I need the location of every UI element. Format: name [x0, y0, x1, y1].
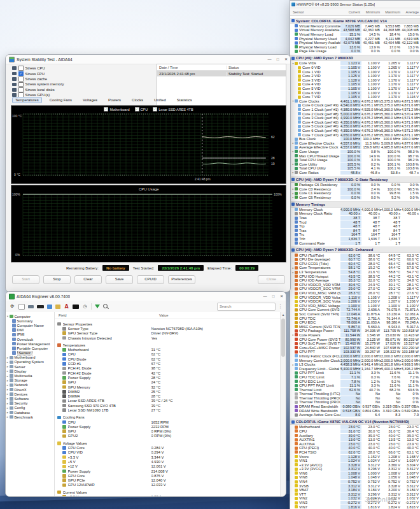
sensor-row[interactable]: ▸Core C6 Residency0.0 %0.0 %9.2 %0.0 %	[290, 195, 420, 199]
legend-checkbox[interactable]: ✓	[135, 107, 139, 111]
tree-item-database[interactable]: ▸Database	[6, 410, 54, 415]
sensor-item-row[interactable]: GPU Memory32 °C	[55, 385, 280, 389]
col-sensor[interactable]: Sensor	[290, 10, 340, 14]
sensor-row[interactable]: PCH TSIO62.0 °C28.0 °C66.0 °C63.1 °C	[290, 450, 420, 455]
sensor-row[interactable]: +3.3V (AVCC)3.328 V3.312 V3.360 V3.304 V	[290, 462, 420, 467]
cpuid-button[interactable]: CPUID	[137, 275, 164, 284]
sensor-row[interactable]: CPU TDC72.746 A2.751 A76.144 A71.870 A	[290, 316, 420, 320]
sensor-row[interactable]: ▸L3 Temperatures54.8 °C21.6 °C58.8 °C54.…	[290, 270, 420, 275]
font-tool-icon[interactable]: A	[64, 304, 69, 310]
tree-item-dmi[interactable]: DMI	[6, 328, 54, 333]
minimize-icon[interactable]: ―	[261, 293, 269, 299]
legend-item[interactable]: ✓Motherboard	[104, 107, 129, 111]
col-average[interactable]: Average	[402, 10, 420, 14]
sensor-group-header[interactable]: Current Values	[55, 490, 280, 494]
tab-clocks[interactable]: Clocks	[129, 97, 146, 103]
stress-option[interactable]: Stress system memory	[12, 82, 64, 87]
clear-button[interactable]: Clear	[74, 275, 102, 284]
hwinfo-column-header[interactable]: Sensor Current Minimum Maximum Average	[290, 8, 420, 16]
log-col-datetime[interactable]: Date / Time	[157, 66, 227, 69]
sensor-item-row[interactable]: CPU Core0.284 V	[55, 445, 280, 450]
tab-voltages[interactable]: Voltages	[80, 97, 101, 103]
sensor-row[interactable]: Thermal Throttling (HTC)NoNoNo0 %	[290, 392, 420, 396]
sensor-item-row[interactable]: DIMM225 °C	[55, 389, 280, 394]
sensor-item-row[interactable]: CPU Diode62 °C	[55, 357, 280, 361]
sensor-row[interactable]: Trp48 T48 T48 T	[290, 224, 420, 229]
sensor-row[interactable]: AUXTIN113.0 °C13.0 °C13.5 °C13.0 °C	[290, 438, 420, 442]
kebab-menu-icon[interactable]: ⋮	[278, 304, 283, 309]
sensor-row[interactable]: CPU (PECI)40.0 °C40.0 °C40.0 °C40.0 °C	[290, 446, 420, 450]
sensor-row[interactable]: CPU PPT103.330 W33.267 W108.322 W103.188…	[290, 350, 420, 354]
sensor-row[interactable]: CPU CCD1 (Tdie)60.4 °C28.0 °C66.4 °C60.8…	[290, 262, 420, 266]
report-icon[interactable]	[18, 304, 25, 310]
sensor-row[interactable]: CPU SoC Power (SVI3 TFN)15.460 W15.279 W…	[290, 341, 420, 346]
sensor-row[interactable]: Physical Memory Load13.6 %13.9 %17.0 %13…	[290, 45, 420, 49]
sensor-row[interactable]: Core 1 VID1.105 V1.100 V1.170 V1.117 V	[290, 69, 420, 74]
tree-item-storage[interactable]: ▸Storage	[6, 378, 54, 383]
legend-item[interactable]: ✓Lexar SSD ARES 4TB	[153, 107, 193, 111]
tree-item-computer[interactable]: ▾Computer	[6, 314, 54, 319]
sensor-row[interactable]: Command Rate1 T1 T1 T	[290, 241, 420, 245]
sensor-row[interactable]: ▸L3 Clocks4,458.3 MHz4,941.4 MHz5,361.8 …	[290, 362, 420, 367]
tree-item-security[interactable]: ▸Security	[6, 401, 54, 406]
sensor-group-header[interactable]: Voltage Values	[55, 441, 280, 445]
sensor-row[interactable]: Auxiliary39.0 °C39.0 °C40.0 °C39.0 °C	[290, 433, 420, 438]
legend-checkbox[interactable]: ✓	[153, 107, 157, 111]
sensor-row[interactable]: CPU PPT FAST Limit11.1 %3.3 %11.6 %11.1 …	[290, 384, 420, 388]
sensor-row[interactable]: Thermal Limit62.6 %40.7 %68.2 %63.6 %	[290, 387, 420, 392]
sensor-section-header[interactable]: System: COLORFUL iGame X870E VULCAN OC V…	[290, 18, 420, 24]
sensor-row[interactable]: Max CPU/Thread Usage100.0 %14.9 %100.0 %…	[290, 154, 420, 158]
sensor-section-header[interactable]: CPU [#0]: AMD Ryzen 7 9800X3D	[290, 55, 420, 61]
sensor-row[interactable]: Memory Clock Ratio40.00 x40.00 x40.00 x4…	[290, 211, 420, 216]
sensor-row[interactable]: CPU VDDCR_VDD VRM (SVI3 TFN)30.6 °C24.9 …	[290, 283, 420, 287]
checkbox[interactable]	[18, 66, 24, 71]
tab-temperatures[interactable]: Temperatures	[12, 97, 42, 103]
sensor-item-row[interactable]: CPU VID0.294 V	[55, 450, 280, 455]
sensor-row[interactable]: Core 0 Clock (perf #3)4,540.0 MHz4,676.1…	[290, 103, 420, 108]
checkbox[interactable]	[18, 87, 24, 92]
log-header[interactable]: Date / Time Status	[157, 64, 286, 71]
sensor-section-header[interactable]: COLORFUL iGame X870E VULCAN OC V14 (Nuvo…	[290, 419, 420, 425]
panel-scrollbar[interactable]: ▲	[280, 312, 286, 496]
sensor-row[interactable]: CPU EDC Limit7.8 %1.2 %9.2 %7.8 %	[290, 379, 420, 384]
sensor-item-row[interactable]: GPU24 °C	[55, 380, 280, 385]
sensor-row[interactable]: Memory Clock4,000.0 MHz4,000.0 MHz4,000.…	[290, 208, 420, 212]
close-icon[interactable]: ✕	[277, 293, 286, 299]
stress-option[interactable]: Stress cache	[12, 76, 64, 82]
stress-option[interactable]: ✓Stress FPU	[12, 71, 64, 76]
sensor-item-row[interactable]: GPU Core0.875 V	[55, 473, 280, 478]
maximize-icon[interactable]: □	[269, 293, 277, 299]
sensor-row[interactable]: ▸Core C0 Residency100.0 %2.4 %100.0 %96.…	[290, 187, 420, 191]
sensor-row[interactable]: +3.3V (3VCC)3.312 V3.296 V3.312 V3.312 V	[290, 467, 420, 471]
sensor-item-row[interactable]: CCD #167 °C	[55, 361, 280, 366]
tree-item-display[interactable]: ▸Display	[6, 369, 54, 373]
hwinfo-titlebar[interactable]: HWiNFO® 64 v8.25-5900 Sensor Status [1.2…	[290, 1, 420, 8]
sensor-row[interactable]: Tcas38 T38 T38 T	[290, 216, 420, 220]
sensor-row[interactable]: ▸Core Effective Clocks4,557.0 MHz11.5 MH…	[290, 141, 420, 145]
sensor-row[interactable]: Tras84 T84 T84 T	[290, 229, 420, 233]
save-button[interactable]: Save	[106, 275, 133, 284]
sensor-row[interactable]: Total CPU Utility105.5 %4.1 %106.1 %103.…	[290, 166, 420, 171]
asm-tool-icon[interactable]	[73, 305, 79, 309]
sensor-group-header[interactable]: Temperatures	[55, 343, 280, 347]
sensor-item-row[interactable]: GPU0 RPM (0%)	[55, 429, 280, 434]
tree-item-power-management[interactable]: Power Management	[6, 341, 54, 346]
sensor-item-row[interactable]: +3.3 V1.38 A	[55, 494, 280, 496]
sensor-row[interactable]: CPU PPT Limit11.1 %3.3 %11.6 %11.1 %	[290, 371, 420, 375]
log-col-status[interactable]: Status	[227, 66, 286, 69]
sensor-row[interactable]: Memory Controller Clock (UCLK)2,000.0 MH…	[290, 358, 420, 362]
sensor-row[interactable]: VIN61.008 V1.000 V1.008 V1.007 V	[290, 471, 420, 476]
sensor-row[interactable]: VIN21.032 V1.024 V1.032 V1.032 V	[290, 496, 420, 501]
col-current[interactable]: Current	[340, 10, 361, 14]
tab-statistics[interactable]: Statistics	[174, 97, 195, 103]
search-input[interactable]	[217, 303, 276, 311]
sensor-row[interactable]: AUXTIN423.0 °C23.0 °C23.0 °C23.9 °C	[290, 441, 420, 446]
files-icon[interactable]	[47, 305, 52, 309]
sensor-row[interactable]: 3VSB3.312 V3.312 V3.328 V3.312 V	[290, 484, 420, 488]
sensor-row[interactable]: Core+SoC+MISC Power (SVI3 TFN)102.937 W2…	[290, 345, 420, 350]
stress-option[interactable]: Stress local disks	[12, 87, 64, 92]
tree-item-devices[interactable]: ▸Devices	[6, 392, 54, 396]
sensor-group-header[interactable]: Cooling Fans	[55, 415, 280, 420]
sensor-item-row[interactable]: Power Supply2232 RPM	[55, 424, 280, 429]
sensor-item-row[interactable]: Chassis Intrusion DetectedYes	[55, 336, 280, 340]
